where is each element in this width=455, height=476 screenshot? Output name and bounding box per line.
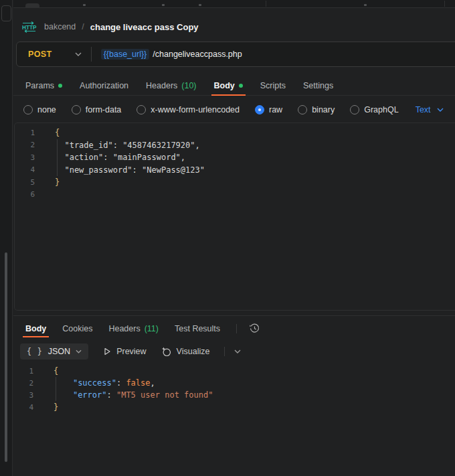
chevron-down-icon bbox=[76, 349, 82, 353]
response-history-button[interactable] bbox=[249, 323, 260, 334]
line-number: 4 bbox=[15, 165, 35, 174]
response-tabs-separator bbox=[236, 324, 237, 333]
tab-icon-dot bbox=[364, 4, 367, 6]
tab-scripts[interactable]: Scripts bbox=[260, 76, 286, 95]
tab-headers[interactable]: Headers(10) bbox=[146, 76, 196, 95]
indent-guide bbox=[57, 139, 58, 176]
response-toolbar: { } JSON Preview Visuali bbox=[13, 343, 455, 360]
body-type-binary[interactable]: binary bbox=[298, 105, 335, 114]
url-path: /changeliveaccpass.php bbox=[153, 50, 242, 59]
raw-language-dropdown[interactable]: Text bbox=[416, 105, 444, 114]
raw-language-label: Text bbox=[416, 105, 431, 114]
line-number: 2 bbox=[15, 141, 35, 149]
radio-icon bbox=[136, 105, 146, 114]
tab-authorization[interactable]: Authorization bbox=[80, 76, 128, 95]
body-type-form-data[interactable]: form-data bbox=[72, 105, 122, 114]
tab-label: Test Results bbox=[175, 324, 220, 333]
visualize-label: Visualize bbox=[177, 347, 210, 356]
radio-label: raw bbox=[269, 105, 282, 114]
svg-text:HTTP: HTTP bbox=[22, 24, 37, 30]
indent-guide bbox=[56, 377, 56, 401]
line-number: 3 bbox=[15, 153, 35, 162]
url-input[interactable]: {{base_url}} /changeliveaccpass.php bbox=[92, 49, 455, 60]
line-content: } bbox=[33, 402, 58, 412]
postman-app-window: HTTP bakcend / change liveacc pass Copy … bbox=[0, 0, 455, 476]
preview-label: Preview bbox=[116, 347, 146, 356]
code-line: 4 "new_password": "NewPass@123" bbox=[15, 164, 455, 177]
radio-icon bbox=[255, 105, 264, 114]
code-line: 6 bbox=[15, 189, 455, 202]
method-dropdown[interactable]: POST bbox=[17, 50, 91, 59]
environment-variable-chip[interactable]: {{base_url}} bbox=[101, 49, 150, 60]
play-triangle-icon bbox=[103, 347, 111, 355]
tab-params[interactable]: Params bbox=[25, 76, 62, 95]
line-number: 4 bbox=[13, 403, 33, 412]
curly-braces-icon: { } bbox=[27, 347, 43, 356]
main-panel: HTTP bakcend / change liveacc pass Copy … bbox=[13, 0, 455, 476]
radio-icon bbox=[298, 105, 307, 114]
radio-label: form-data bbox=[86, 105, 122, 114]
code-line: 2 "success": false, bbox=[13, 377, 455, 389]
visualize-button[interactable]: Visualize bbox=[161, 347, 210, 357]
response-tabs: BodyCookiesHeaders(11)Test Results bbox=[13, 320, 455, 337]
tab-label: Headers bbox=[146, 81, 177, 90]
tab-label: Params bbox=[25, 81, 54, 90]
code-line: 5} bbox=[15, 176, 455, 189]
request-tabbar-clipped bbox=[13, 0, 455, 8]
response-tab-cookies[interactable]: Cookies bbox=[62, 320, 92, 337]
radio-icon bbox=[350, 105, 359, 114]
tab-icon-dot bbox=[83, 4, 86, 6]
line-number: 1 bbox=[15, 129, 35, 137]
modified-dot bbox=[239, 84, 243, 88]
radio-label: none bbox=[37, 105, 56, 114]
line-number: 1 bbox=[13, 367, 33, 376]
line-content: } bbox=[35, 177, 60, 187]
tab-label: Headers bbox=[108, 324, 140, 333]
tab-label: Body bbox=[25, 324, 46, 333]
request-body-editor[interactable]: 1{2 "trade_id": "4587463217920",3 "actio… bbox=[14, 123, 455, 311]
line-number: 6 bbox=[15, 190, 35, 199]
response-section-divider[interactable] bbox=[13, 315, 455, 316]
request-title[interactable]: change liveacc pass Copy bbox=[90, 22, 199, 32]
visualize-wand-icon bbox=[161, 347, 171, 357]
line-content: { bbox=[33, 366, 58, 376]
body-type-x-www-form-urlencoded[interactable]: x-www-form-urlencoded bbox=[136, 105, 240, 114]
radio-label: x-www-form-urlencoded bbox=[151, 105, 240, 114]
breadcrumb-separator: / bbox=[82, 22, 84, 31]
line-content: "error": "MT5 user not found" bbox=[33, 390, 213, 400]
code-line: 3 "action": "mainPassword", bbox=[15, 151, 455, 164]
chevron-down-icon bbox=[437, 108, 444, 112]
body-type-none[interactable]: none bbox=[23, 105, 56, 114]
tab-label: Body bbox=[214, 81, 235, 90]
code-line: 4} bbox=[13, 401, 455, 413]
sidebar-scrollbar[interactable] bbox=[5, 252, 7, 462]
modified-dot bbox=[58, 84, 62, 88]
response-tab-headers[interactable]: Headers(11) bbox=[108, 320, 159, 337]
more-formats-chevron[interactable] bbox=[234, 349, 241, 353]
response-tab-body[interactable]: Body bbox=[25, 320, 46, 337]
preview-button[interactable]: Preview bbox=[103, 347, 146, 356]
body-type-raw[interactable]: raw bbox=[255, 105, 282, 114]
line-number: 2 bbox=[13, 379, 33, 388]
tabbar-separator bbox=[266, 1, 266, 7]
sidebar-collapsed-item[interactable] bbox=[1, 5, 11, 21]
tabbar-separator bbox=[444, 1, 445, 7]
tab-body[interactable]: Body bbox=[214, 76, 243, 95]
response-tab-test-results[interactable]: Test Results bbox=[175, 320, 220, 337]
response-format-dropdown[interactable]: { } JSON bbox=[20, 343, 88, 360]
body-type-graphql[interactable]: GraphQL bbox=[350, 105, 398, 114]
tab-settings[interactable]: Settings bbox=[303, 76, 333, 95]
tab-count-badge: (10) bbox=[181, 81, 196, 90]
code-line: 1{ bbox=[13, 365, 455, 377]
active-request-tab-edge[interactable] bbox=[25, 3, 39, 7]
breadcrumb: HTTP bakcend / change liveacc pass Copy bbox=[20, 19, 455, 35]
code-line: 1{ bbox=[15, 127, 455, 139]
line-number: 3 bbox=[13, 391, 33, 400]
tab-count-badge: (11) bbox=[145, 324, 159, 333]
code-line: 2 "trade_id": "4587463217920", bbox=[15, 139, 455, 152]
breadcrumb-collection[interactable]: bakcend bbox=[44, 22, 76, 31]
radio-icon bbox=[72, 105, 81, 114]
response-body-viewer[interactable]: 1{2 "success": false,3 "error": "MT5 use… bbox=[13, 365, 455, 413]
tab-icon-dot bbox=[162, 4, 165, 6]
tab-label: Cookies bbox=[62, 324, 92, 333]
